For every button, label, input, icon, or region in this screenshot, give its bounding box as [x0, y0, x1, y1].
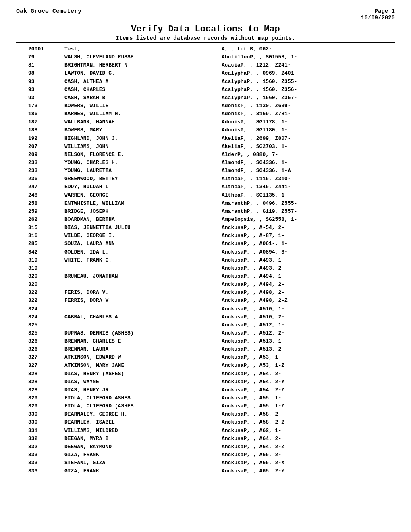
record-row: 322FERRIS, DORA VAnckusaP, , A498, 2-Z: [16, 297, 395, 305]
record-row: 233YOUNG, CHARLES H.AlmondP, , SG4336, 1…: [16, 159, 395, 167]
record-name: FIOLA, CLIFFORD ASHES: [64, 394, 222, 402]
record-name: GIZA, FRANK: [64, 467, 222, 475]
record-name: WHITE, FRANK C.: [64, 256, 222, 264]
header-divider: [16, 42, 395, 43]
record-row: 342GOLDEN, IDA L.AnckusaP, , A0894, 3-: [16, 248, 395, 256]
record-location: AnckusaP, , A-54, 2-: [222, 224, 395, 232]
record-id: 285: [16, 240, 64, 248]
record-row: 93CASH, SARAH BAcalyphaP, , 1560, Z357-: [16, 94, 395, 102]
record-name: DIAS, WAYNE: [64, 378, 222, 386]
record-location: AltheaP, , 1345, Z441-: [222, 183, 395, 191]
record-name: BRIDGE, JOSEPH: [64, 208, 222, 216]
record-location: AnckusaP, , A58, 2-Z: [222, 418, 395, 426]
record-location: AnckusaP, , A513, 2-: [222, 345, 395, 353]
record-row: 209NELSON, FLORENCE E.AlderP, , 0880, 7-: [16, 151, 395, 159]
record-row: 322FERIS, DORA V.AnckusaP, , A498, 2-: [16, 289, 395, 297]
record-id: 330: [16, 418, 64, 426]
record-id: 331: [16, 427, 64, 435]
record-name: LAWTON, DAVID C.: [64, 69, 222, 77]
record-location: AnckusaP, , A493, 2-: [222, 264, 395, 272]
report-subtitle: Items listed are database records withou…: [16, 35, 395, 42]
record-row: 333GIZA, FRANKAnckusaP, , A65, 2-: [16, 451, 395, 459]
record-location: AnckusaP, , A498, 2-: [222, 289, 395, 297]
record-name: BRIGHTMAN, HERBERT N: [64, 61, 222, 69]
record-location: AnckusaP, , A65, 2-Y: [222, 467, 395, 475]
record-name: [64, 281, 222, 289]
record-row: 331WILLIAMS, MILDREDAnckusaP, , A62, 1-: [16, 427, 395, 435]
record-row: 325AnckusaP, , A512, 1-: [16, 321, 395, 329]
record-row: 20001Test,A, , Lot B, 062-: [16, 45, 395, 53]
record-location: AltheaP, , SG1135, 1-: [222, 191, 395, 200]
record-id: 233: [16, 167, 64, 175]
record-row: 319AnckusaP, , A493, 2-: [16, 264, 395, 272]
record-location: AnckusaP, , A510, 2-: [222, 313, 395, 321]
record-location: AcaciaP, , 1212, Z241-: [222, 61, 395, 69]
record-location: AnckusaP, , A498, 2-Z: [222, 297, 395, 305]
record-location: AdonisP, , SG1178, 1-: [222, 118, 395, 126]
report-title: Verify Data Locations to Map: [16, 24, 395, 34]
record-name: DEARNLEY, ISABEL: [64, 418, 222, 426]
page-number: Page 1: [361, 8, 395, 15]
record-id: 262: [16, 216, 64, 224]
record-location: Ampelopsis, , SG2558, 1-: [222, 216, 395, 224]
record-location: AnckusaP, , A58, 2-: [222, 410, 395, 418]
record-location: AltheaP, , 1116, Z310-: [222, 175, 395, 183]
record-location: AcalyphaP, , 0969, Z401-: [222, 69, 395, 77]
record-name: DIAS, HENRY JR: [64, 386, 222, 394]
record-location: A, , Lot B, 062-: [222, 45, 395, 53]
record-location: AnckusaP, , A54, 2-: [222, 370, 395, 378]
record-row: 262BOARDMAN, BERTHAAmpelopsis, , SG2558,…: [16, 216, 395, 224]
record-id: 319: [16, 256, 64, 264]
record-name: CABRAL, CHARLES A: [64, 313, 222, 321]
record-id: 327: [16, 353, 64, 362]
record-row: 316WILDE, GEORGE I.AnckusaP, , A-87, 1-: [16, 232, 395, 240]
record-row: 327ATKINSON, EDWARD WAnckusaP, , A53, 1-: [16, 353, 395, 362]
record-id: 173: [16, 102, 64, 110]
record-id: 315: [16, 224, 64, 232]
record-row: 324AnckusaP, , A510, 1-: [16, 305, 395, 313]
record-name: BARNES, WILLIAM H.: [64, 110, 222, 118]
record-location: AlmondP, , SG4336, 1-: [222, 159, 395, 167]
record-row: 93CASH, CHARLESAcalyphaP, , 1560, Z356-: [16, 86, 395, 94]
record-row: 258ENTWHISTLE, WILLIAMAmaranthP, , 0496,…: [16, 200, 395, 208]
record-name: DUPRAS, DENNIS (ASHES): [64, 329, 222, 337]
record-row: 81BRIGHTMAN, HERBERT NAcaciaP, , 1212, Z…: [16, 61, 395, 69]
record-location: AnckusaP, , A54, 2-Y: [222, 378, 395, 386]
record-id: 81: [16, 61, 64, 69]
record-id: 79: [16, 53, 64, 61]
record-id: 325: [16, 321, 64, 329]
record-row: 325DUPRAS, DENNIS (ASHES)AnckusaP, , A51…: [16, 329, 395, 337]
record-location: AcalyphaP, , 1560, Z356-: [222, 86, 395, 94]
record-row: 187WALLBANK, HANNAHAdonisP, , SG1178, 1-: [16, 118, 395, 126]
report-date: 10/09/2020: [361, 15, 395, 21]
record-id: 322: [16, 297, 64, 305]
record-row: 327ATKINSON, MARY JANEAnckusaP, , A53, 1…: [16, 362, 395, 370]
record-id: 236: [16, 175, 64, 183]
record-id: 324: [16, 313, 64, 321]
record-id: 20001: [16, 45, 64, 53]
record-row: 329FIOLA, CLIFFORD (ASHESAnckusaP, , A55…: [16, 402, 395, 410]
record-name: BOWERS, WILLIE: [64, 102, 222, 110]
record-id: 233: [16, 159, 64, 167]
record-location: AnckusaP, , A53, 1-: [222, 353, 395, 362]
record-name: WARREN, GEORGE: [64, 191, 222, 200]
record-row: 186BARNES, WILLIAM H.AdonisP, , 3169, Z7…: [16, 110, 395, 118]
record-row: 329FIOLA, CLIFFORD ASHESAnckusaP, , A55,…: [16, 394, 395, 402]
record-row: 315DIAS, JENNETTIA JULIUAnckusaP, , A-54…: [16, 224, 395, 232]
record-name: WILLIAMS, JOHN: [64, 143, 222, 151]
record-location: AnckusaP, , A55, 1-: [222, 394, 395, 402]
record-row: 326BRENNAN, CHARLES EAnckusaP, , A513, 1…: [16, 337, 395, 345]
record-id: 320: [16, 281, 64, 289]
record-location: AnckusaP, , A513, 1-: [222, 337, 395, 345]
record-id: 93: [16, 94, 64, 102]
record-name: WALSH, CLEVELAND RUSSE: [64, 53, 222, 61]
record-name: STEFANI, GIZA: [64, 459, 222, 467]
record-id: 328: [16, 378, 64, 386]
record-name: [64, 264, 222, 272]
header-right: Page 1 10/09/2020: [361, 8, 395, 21]
record-name: EDDY, HULDAH L: [64, 183, 222, 191]
record-name: FERRIS, DORA V: [64, 297, 222, 305]
record-location: AnckusaP, , A64, 2-Z: [222, 443, 395, 451]
record-location: AcalyphaP, , 1560, Z357-: [222, 94, 395, 102]
record-name: GREENWOOD, BETTEY: [64, 175, 222, 183]
